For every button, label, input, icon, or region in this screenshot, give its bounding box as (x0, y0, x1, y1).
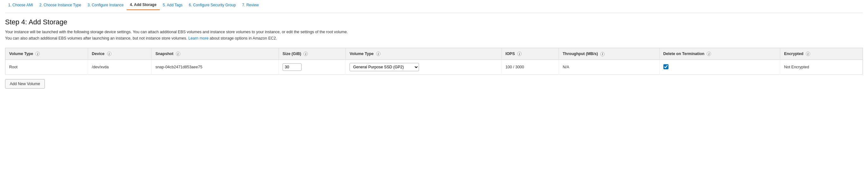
delete-on-termination-checkbox[interactable] (663, 64, 669, 69)
page-description: Your instance will be launched with the … (5, 29, 352, 42)
cell-vol-type[interactable]: General Purpose SSD (GP2)Provisioned IOP… (346, 60, 501, 75)
th-vol-type: Volume Type i (346, 48, 501, 60)
info-icon-vol-type[interactable]: i (376, 52, 380, 56)
breadcrumb-item-1[interactable]: 1. Choose AMI (5, 0, 36, 10)
th-size: Size (GiB) i (278, 48, 346, 60)
th-iops: IOPS i (501, 48, 559, 60)
add-new-volume-button[interactable]: Add New Volume (5, 79, 45, 88)
cell-size[interactable] (278, 60, 346, 75)
breadcrumb-nav: 1. Choose AMI 2. Choose Instance Type 3.… (5, 0, 863, 13)
breadcrumb-item-5[interactable]: 5. Add Tags (160, 0, 186, 10)
th-volume-type-label: Volume Type i (5, 48, 88, 60)
info-icon-delete-on-termination[interactable]: i (707, 52, 711, 56)
learn-more-link[interactable]: Learn more (188, 36, 208, 41)
table-header-row: Volume Type i Device i Snapshot i Size (… (5, 48, 863, 60)
breadcrumb-item-6[interactable]: 6. Configure Security Group (186, 0, 239, 10)
volume-type-select[interactable]: General Purpose SSD (GP2)Provisioned IOP… (349, 63, 419, 71)
breadcrumb-item-4-active[interactable]: 4. Add Storage (127, 0, 159, 10)
cell-delete-on-termination[interactable] (659, 60, 780, 75)
info-icon-device[interactable]: i (107, 52, 112, 56)
cell-volume-type-label: Root (5, 60, 88, 75)
info-icon-iops[interactable]: i (517, 52, 522, 56)
cell-snapshot: snap-04cb2471d853aee75 (152, 60, 279, 75)
info-icon-volume-type-label[interactable]: i (35, 52, 40, 56)
storage-table: Volume Type i Device i Snapshot i Size (… (5, 48, 863, 75)
breadcrumb-item-3[interactable]: 3. Configure Instance (84, 0, 127, 10)
cell-throughput: N/A (559, 60, 659, 75)
breadcrumb-item-7[interactable]: 7. Review (239, 0, 262, 10)
th-snapshot: Snapshot i (152, 48, 279, 60)
description-text-2: about storage options in Amazon EC2. (208, 36, 277, 41)
th-device: Device i (88, 48, 151, 60)
breadcrumb-item-2[interactable]: 2. Choose Instance Type (36, 0, 85, 10)
cell-iops: 100 / 3000 (501, 60, 559, 75)
th-delete-on-termination: Delete on Termination i (659, 48, 780, 60)
info-icon-encrypted[interactable]: i (806, 52, 810, 56)
cell-device: /dev/xvda (88, 60, 151, 75)
info-icon-snapshot[interactable]: i (176, 52, 180, 56)
description-text-1: Your instance will be launched with the … (5, 30, 348, 41)
info-icon-throughput[interactable]: i (600, 52, 604, 56)
page-title: Step 4: Add Storage (5, 18, 863, 26)
th-encrypted: Encrypted i (780, 48, 863, 60)
info-icon-size[interactable]: i (304, 52, 308, 56)
th-throughput: Throughput (MB/s) i (559, 48, 659, 60)
table-row: Root/dev/xvdasnap-04cb2471d853aee75Gener… (5, 60, 863, 75)
size-input[interactable] (283, 63, 302, 71)
cell-encrypted: Not Encrypted (780, 60, 863, 75)
